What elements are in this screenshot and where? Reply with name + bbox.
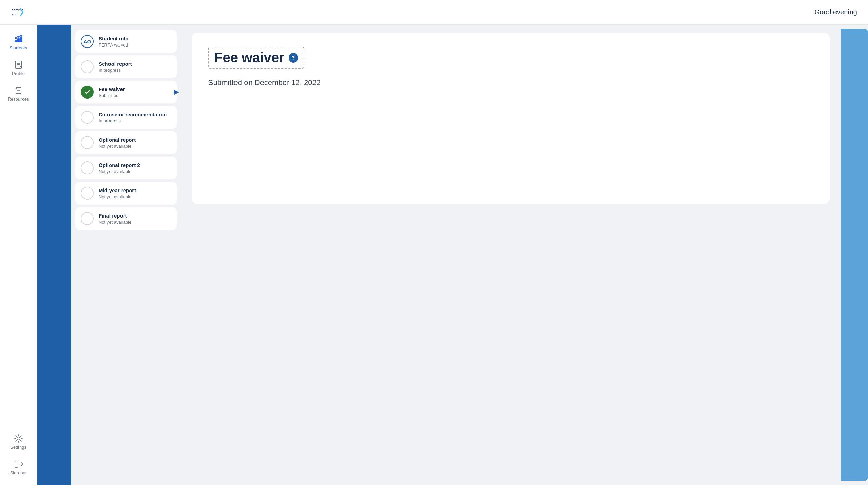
school-report-circle xyxy=(81,60,94,73)
sidebar-item-settings[interactable]: Settings xyxy=(3,430,34,454)
optional-report-2-title: Optional report 2 xyxy=(99,162,171,169)
mid-year-report-text: Mid-year report Not yet available xyxy=(99,187,171,200)
student-info-avatar: AO xyxy=(81,35,94,48)
fee-waiver-title-box: Fee waiver ? xyxy=(208,47,304,69)
school-report-text: School report In progress xyxy=(99,61,171,73)
help-icon-button[interactable]: ? xyxy=(289,53,298,63)
counselor-rec-status: In progress xyxy=(99,118,171,123)
counselor-rec-text: Counselor recommendation In progress xyxy=(99,111,171,124)
students-icon xyxy=(14,34,23,44)
doc-item-mid-year-report[interactable]: Mid-year report Not yet available xyxy=(75,182,177,205)
svg-point-18 xyxy=(17,437,20,440)
svg-rect-2 xyxy=(15,40,17,42)
sidebar-item-resources[interactable]: Resources xyxy=(3,81,34,106)
content-card: Fee waiver ? Submitted on December 12, 2… xyxy=(192,33,830,204)
logo-icon: common app xyxy=(11,6,23,18)
student-info-text: Student info FERPA waived xyxy=(99,35,171,48)
greeting-text: Good evening xyxy=(814,8,857,16)
optional-report-circle xyxy=(81,136,94,149)
doc-item-counselor-rec[interactable]: Counselor recommendation In progress xyxy=(75,106,177,129)
right-accent-panel xyxy=(841,29,868,481)
student-info-status: FERPA waived xyxy=(99,42,171,48)
school-report-title: School report xyxy=(99,61,171,67)
doc-item-fee-waiver[interactable]: Fee waiver Submitted ▶ xyxy=(75,81,177,103)
blue-accent-panel xyxy=(37,25,71,485)
sidebar-item-settings-label: Settings xyxy=(10,445,26,450)
counselor-rec-title: Counselor recommendation xyxy=(99,111,171,118)
optional-report-2-text: Optional report 2 Not yet available xyxy=(99,162,171,174)
optional-report-status: Not yet available xyxy=(99,144,171,149)
main-layout: Students Profile Res xyxy=(0,25,868,485)
sidebar-item-profile[interactable]: Profile xyxy=(3,56,34,80)
doc-list-panel: AO Student info FERPA waived School repo… xyxy=(71,25,181,485)
settings-icon xyxy=(14,434,23,443)
optional-report-2-status: Not yet available xyxy=(99,169,171,174)
svg-rect-4 xyxy=(20,37,22,42)
svg-text:app: app xyxy=(12,12,18,16)
fee-waiver-circle xyxy=(81,86,94,99)
sidebar-item-profile-label: Profile xyxy=(12,71,25,76)
svg-point-6 xyxy=(17,36,20,38)
sidebar-item-signout[interactable]: Sign out xyxy=(3,455,34,480)
doc-item-student-info[interactable]: AO Student info FERPA waived xyxy=(75,30,177,53)
student-info-title: Student info xyxy=(99,35,171,42)
fee-waiver-status-item: Submitted xyxy=(99,93,171,98)
final-report-text: Final report Not yet available xyxy=(99,212,171,225)
optional-report-title: Optional report xyxy=(99,136,171,143)
sidebar-item-resources-label: Resources xyxy=(8,96,29,102)
doc-item-optional-report[interactable]: Optional report Not yet available xyxy=(75,131,177,154)
app-header: common app Good evening xyxy=(0,0,868,25)
fee-waiver-title-item: Fee waiver xyxy=(99,86,171,93)
signout-icon xyxy=(14,459,23,469)
sidebar: Students Profile Res xyxy=(0,25,37,485)
final-report-circle xyxy=(81,212,94,225)
doc-item-final-report[interactable]: Final report Not yet available xyxy=(75,207,177,230)
sidebar-item-students-label: Students xyxy=(10,45,27,50)
fee-waiver-text: Fee waiver Submitted xyxy=(99,86,171,99)
svg-point-7 xyxy=(20,35,22,37)
mid-year-report-title: Mid-year report xyxy=(99,187,171,194)
optional-report-2-circle xyxy=(81,161,94,174)
svg-rect-3 xyxy=(17,38,20,42)
submitted-date-text: Submitted on December 12, 2022 xyxy=(208,78,813,87)
mid-year-report-circle xyxy=(81,187,94,200)
check-icon xyxy=(84,89,90,95)
doc-item-optional-report-2[interactable]: Optional report 2 Not yet available xyxy=(75,157,177,179)
main-content-area: Fee waiver ? Submitted on December 12, 2… xyxy=(181,25,841,485)
resources-icon xyxy=(14,86,23,95)
final-report-status: Not yet available xyxy=(99,220,171,225)
fee-waiver-chevron: ▶ xyxy=(174,88,179,96)
school-report-status: In progress xyxy=(99,68,171,73)
sidebar-item-students[interactable]: Students xyxy=(3,30,34,54)
mid-year-report-status: Not yet available xyxy=(99,194,171,199)
svg-point-5 xyxy=(15,37,17,39)
optional-report-text: Optional report Not yet available xyxy=(99,136,171,149)
sidebar-item-signout-label: Sign out xyxy=(10,470,27,475)
counselor-rec-circle xyxy=(81,111,94,124)
logo: common app xyxy=(11,6,23,18)
fee-waiver-page-title: Fee waiver xyxy=(214,50,284,65)
profile-icon xyxy=(14,60,23,69)
final-report-title: Final report xyxy=(99,212,171,219)
doc-item-school-report[interactable]: School report In progress xyxy=(75,55,177,78)
